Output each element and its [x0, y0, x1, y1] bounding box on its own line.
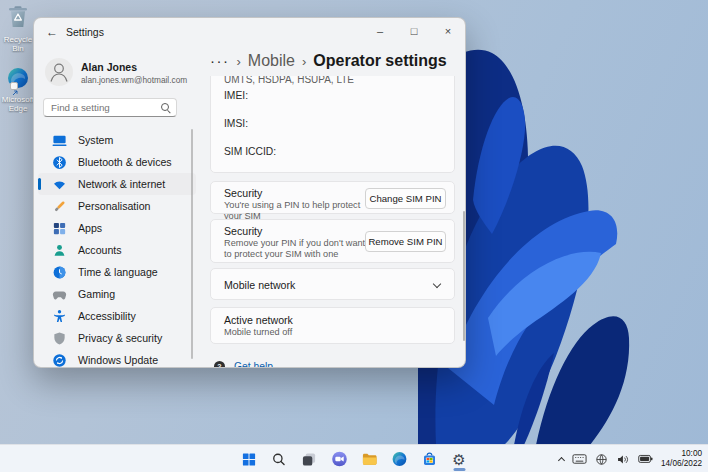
store-button[interactable]: [418, 448, 441, 471]
start-button[interactable]: [238, 448, 261, 471]
folder-icon: [361, 451, 377, 467]
edge-button[interactable]: [388, 448, 411, 471]
sidebar-item-network-internet[interactable]: Network & internet: [38, 173, 196, 195]
card-description: Remove your PIN if you don't want to pro…: [224, 238, 374, 260]
file-explorer-button[interactable]: [358, 448, 381, 471]
desktop-icon-recycle-bin[interactable]: Recycle Bin: [1, 3, 35, 53]
remove-sim-pin-button[interactable]: Remove SIM PIN: [365, 231, 446, 252]
sidebar-item-label: Time & language: [78, 266, 158, 278]
taskbar-center-icons: ⚙: [238, 445, 471, 472]
sidebar-item-accessibility[interactable]: Accessibility: [38, 305, 196, 327]
content-area: UMTS, HSDPA, HSUPA, LTE IMEI: IMSI: SIM …: [210, 76, 462, 368]
gaming-icon: [52, 287, 67, 302]
system-icon: [52, 133, 67, 148]
search-box[interactable]: [43, 98, 177, 117]
search-button[interactable]: [268, 448, 291, 471]
battery-icon[interactable]: [638, 453, 653, 465]
sidebar-item-privacy-security[interactable]: Privacy & security: [38, 327, 196, 349]
sidebar-item-gaming[interactable]: Gaming: [38, 283, 196, 305]
imei-label: IMEI:: [224, 90, 248, 101]
tray-date: 14/06/2022: [661, 459, 702, 469]
network-icon[interactable]: [595, 453, 608, 466]
taskbar: ⚙: [0, 444, 708, 472]
sidebar-item-system[interactable]: System: [38, 129, 196, 151]
account-email: alan.jones.wm@hotmail.com: [81, 75, 187, 85]
desktop: Recycle Bin Microsoft Edge ← Se: [0, 0, 708, 472]
sidebar-item-label: Apps: [78, 222, 102, 234]
content-scrollbar[interactable]: [463, 211, 465, 341]
back-button[interactable]: ←: [42, 22, 62, 42]
shield-icon: [52, 331, 67, 346]
get-help-link[interactable]: Get help: [234, 361, 273, 368]
desktop-icon-label: Recycle Bin: [1, 35, 35, 53]
window-title: Settings: [66, 26, 104, 38]
titlebar[interactable]: ← Settings – □ ×: [34, 18, 465, 46]
card-title: Security: [224, 187, 262, 199]
maximize-button[interactable]: □: [397, 18, 431, 44]
sidebar-item-label: Windows Update: [78, 354, 158, 366]
mobile-network-expander[interactable]: Mobile network: [210, 268, 455, 300]
task-view-button[interactable]: [298, 448, 321, 471]
chevron-right-icon: ›: [237, 53, 241, 69]
breadcrumb: ··· › Mobile › Operator settings: [210, 49, 447, 73]
card-subtitle: Mobile turned off: [224, 327, 374, 338]
hidden-icons-chevron[interactable]: [558, 457, 565, 464]
wifi-icon: [52, 177, 67, 192]
bluetooth-icon: [52, 155, 67, 170]
chat-icon: [331, 451, 347, 467]
active-network-card: Active network Mobile turned off: [210, 307, 455, 344]
sidebar-item-accounts[interactable]: Accounts: [38, 239, 196, 261]
recycle-bin-icon: [5, 3, 31, 29]
active-app-indicator: [453, 468, 465, 471]
sidebar-item-label: Bluetooth & devices: [78, 156, 172, 168]
person-icon: [45, 58, 73, 86]
windows-logo-icon: [242, 452, 257, 467]
sidebar-item-personalisation[interactable]: Personalisation: [38, 195, 196, 217]
card-title: Mobile network: [224, 279, 295, 291]
chat-button[interactable]: [328, 448, 351, 471]
card-title: Security: [224, 225, 262, 237]
settings-taskbar-button[interactable]: ⚙: [448, 448, 471, 471]
sidebar-item-bluetooth-devices[interactable]: Bluetooth & devices: [38, 151, 196, 173]
get-help-row: ? Get help: [214, 361, 273, 368]
accessibility-icon: [52, 309, 67, 324]
change-sim-pin-button[interactable]: Change SIM PIN: [365, 188, 446, 209]
apps-icon: [52, 221, 67, 236]
security-remove-pin-card: Security Remove your PIN if you don't wa…: [210, 219, 455, 263]
sim-network-types: UMTS, HSDPA, HSUPA, LTE: [224, 76, 354, 85]
task-view-icon: [302, 452, 317, 467]
card-title: Active network: [224, 314, 293, 326]
close-button[interactable]: ×: [431, 18, 465, 44]
sidebar-scrollbar[interactable]: [191, 129, 193, 359]
breadcrumb-ellipsis-button[interactable]: ···: [210, 56, 230, 66]
sidebar-item-label: Privacy & security: [78, 332, 162, 344]
gear-icon: ⚙: [452, 452, 465, 467]
settings-window: ← Settings – □ × Alan Jones alan.jones.w…: [33, 17, 466, 368]
clock[interactable]: 10:00 14/06/2022: [661, 449, 702, 469]
desktop-icon-microsoft-edge[interactable]: Microsoft Edge: [1, 67, 35, 113]
desktop-icon-label: Microsoft Edge: [1, 95, 35, 113]
windows-update-icon: [52, 353, 67, 368]
sim-info-card: UMTS, HSDPA, HSUPA, LTE IMEI: IMSI: SIM …: [210, 76, 455, 173]
touch-keyboard-icon[interactable]: [572, 453, 587, 465]
sidebar-nav: System Bluetooth & devices Network & int…: [38, 129, 196, 368]
sidebar-item-label: System: [78, 134, 113, 146]
sidebar-item-apps[interactable]: Apps: [38, 217, 196, 239]
minimize-button[interactable]: –: [363, 18, 397, 44]
sidebar-item-time-language[interactable]: Time & language: [38, 261, 196, 283]
volume-icon[interactable]: [616, 453, 630, 466]
system-tray: 10:00 14/06/2022: [559, 445, 702, 472]
selected-accent-bar: [38, 178, 41, 190]
sidebar-item-windows-update[interactable]: Windows Update: [38, 349, 196, 368]
sidebar-item-label: Gaming: [78, 288, 115, 300]
tray-time: 10:00: [661, 449, 702, 459]
sidebar-item-label: Accessibility: [78, 310, 136, 322]
avatar[interactable]: [45, 58, 73, 86]
chevron-right-icon: ›: [302, 53, 306, 69]
sidebar-item-label: Accounts: [78, 244, 122, 256]
breadcrumb-parent[interactable]: Mobile: [248, 52, 295, 70]
page-title: Operator settings: [313, 52, 446, 70]
search-icon: [272, 452, 287, 467]
search-input[interactable]: [51, 100, 159, 115]
help-icon: ?: [214, 361, 225, 368]
